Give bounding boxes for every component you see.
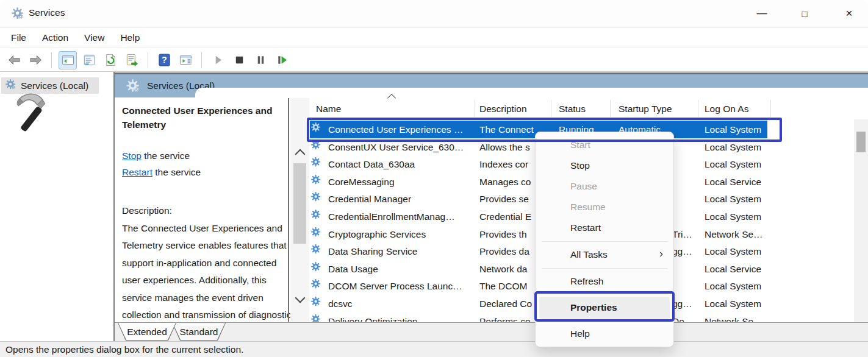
service-gear-icon: [310, 278, 321, 292]
service-logon-as: Local System: [705, 277, 761, 295]
menu-file[interactable]: File: [11, 32, 26, 43]
service-gear-icon: [310, 244, 321, 257]
toolbar-separator: [201, 52, 202, 68]
toolbar-separator: [51, 52, 52, 68]
context-menu-item-help[interactable]: Help: [536, 323, 673, 344]
service-description-cell: Indexes cor: [479, 155, 528, 173]
show-console-tree-icon[interactable]: [59, 51, 77, 69]
service-gear-icon: [310, 314, 321, 322]
help-icon[interactable]: ?: [155, 51, 173, 69]
restart-service-icon[interactable]: [273, 51, 291, 69]
context-menu-item-stop[interactable]: Stop: [536, 155, 673, 176]
menu-item-label: All Tasks: [570, 249, 608, 260]
column-header-name[interactable]: Name: [316, 104, 341, 115]
scroll-up-icon[interactable]: [295, 149, 306, 160]
menu-bar: FileActionViewHelp: [0, 28, 868, 48]
service-description-cell: Provides th: [479, 225, 527, 243]
list-header: NameDescriptionStatusStartup TypeLog On …: [310, 99, 868, 119]
stop-service-link[interactable]: Stop: [122, 150, 142, 161]
service-logon-as: Local System: [705, 208, 761, 225]
column-divider[interactable]: [475, 100, 475, 117]
service-gear-icon: [310, 227, 321, 240]
service-gear-icon: [310, 191, 321, 205]
service-logon-as: Local System: [705, 155, 761, 173]
export-list-icon[interactable]: [123, 51, 141, 69]
scroll-down-icon[interactable]: [295, 293, 306, 303]
menu-view[interactable]: View: [84, 32, 104, 43]
context-menu-item-restart[interactable]: Restart: [536, 217, 673, 238]
column-divider[interactable]: [551, 100, 551, 117]
column-header-startup-type[interactable]: Startup Type: [619, 104, 672, 115]
menu-item-label: Restart: [570, 222, 601, 233]
annotation-properties: [534, 291, 675, 322]
menu-item-label: Pause: [570, 181, 597, 192]
service-startup-fragment: gg…: [672, 242, 692, 260]
service-name: Data Usage: [328, 260, 378, 278]
service-name: Cryptographic Services: [328, 225, 426, 243]
service-description-cell: Manages co: [479, 173, 531, 191]
menu-item-label: Refresh: [570, 276, 603, 287]
back-icon[interactable]: [5, 51, 23, 69]
menu-help[interactable]: Help: [120, 32, 140, 43]
service-logon-as: Local Service: [705, 260, 761, 278]
menu-action[interactable]: Action: [42, 32, 68, 43]
service-description-cell: Provides da: [479, 242, 529, 260]
column-header-description[interactable]: Description: [479, 104, 527, 115]
tree-item-label: Services (Local): [21, 80, 88, 91]
refresh-icon[interactable]: [101, 51, 120, 69]
stop-service-icon[interactable]: [230, 51, 248, 69]
status-text: Opens the properties dialog box for the …: [5, 344, 243, 355]
services-gear-icon: [11, 7, 24, 23]
context-menu-item-refresh[interactable]: Refresh: [536, 271, 673, 292]
service-logon-as: Network Se…: [705, 225, 763, 243]
annotation-selected-row: [307, 118, 782, 142]
action-text: the service: [152, 167, 201, 177]
service-name: dcsvc: [328, 295, 353, 313]
close-icon: ×: [845, 7, 852, 20]
service-name: CoreMessaging: [328, 173, 395, 191]
start-service-icon[interactable]: [209, 51, 227, 69]
scrollbar-thumb[interactable]: [293, 163, 306, 244]
pause-service-icon[interactable]: [251, 51, 270, 69]
tab-label: Extended: [118, 323, 176, 341]
service-name: DCOM Server Process Launc…: [328, 277, 462, 295]
list-scrollbar[interactable]: [854, 119, 868, 322]
maximize-button[interactable]: □: [791, 0, 819, 27]
tab-label: Standard: [172, 323, 226, 341]
console-tree-panel: Services (Local): [0, 72, 113, 341]
column-header-status[interactable]: Status: [559, 104, 586, 115]
forward-icon[interactable]: [26, 51, 45, 69]
view-tab-strip: ExtendedStandard: [115, 322, 868, 341]
service-gear-icon: [310, 296, 321, 309]
context-menu-item-pause: Pause: [536, 176, 673, 197]
tab-extended[interactable]: Extended: [118, 323, 176, 341]
properties-icon[interactable]: [80, 51, 98, 69]
toolbar: ?: [0, 49, 868, 72]
minimize-button[interactable]: —: [748, 0, 776, 27]
close-button[interactable]: ×: [835, 0, 863, 27]
window-title: Services: [29, 7, 65, 18]
show-action-pane-icon[interactable]: [176, 51, 195, 69]
column-divider[interactable]: [610, 100, 611, 117]
service-name: Contact Data_630aa: [328, 155, 415, 173]
toolbar-separator: [148, 52, 148, 68]
context-menu-item-all-tasks[interactable]: All Tasks›: [536, 244, 673, 265]
description-text: The Connected User Experiences and Telem…: [122, 220, 292, 322]
service-name: Delivery Optimization: [328, 313, 417, 322]
column-header-log-on-as[interactable]: Log On As: [705, 104, 748, 115]
service-startup-fragment: De…: [672, 313, 694, 322]
services-window: Services —□× FileActionViewHelp ? Servic…: [0, 0, 868, 357]
panel-splitter[interactable]: [113, 72, 115, 341]
scrollbar-thumb[interactable]: [856, 132, 866, 152]
submenu-arrow-icon: ›: [659, 247, 663, 260]
column-divider[interactable]: [698, 100, 698, 117]
services-gear-icon: [126, 79, 140, 96]
restart-service-link[interactable]: Restart: [122, 167, 152, 177]
service-startup-fragment: gg…: [672, 295, 692, 313]
service-description-cell: Provides se: [479, 190, 529, 208]
column-divider[interactable]: [770, 100, 771, 117]
service-logon-as: Local Service: [705, 173, 761, 191]
service-action-line: Restart the service: [122, 164, 201, 180]
tab-standard[interactable]: Standard: [172, 323, 226, 341]
service-name: Credential Manager: [328, 190, 411, 208]
